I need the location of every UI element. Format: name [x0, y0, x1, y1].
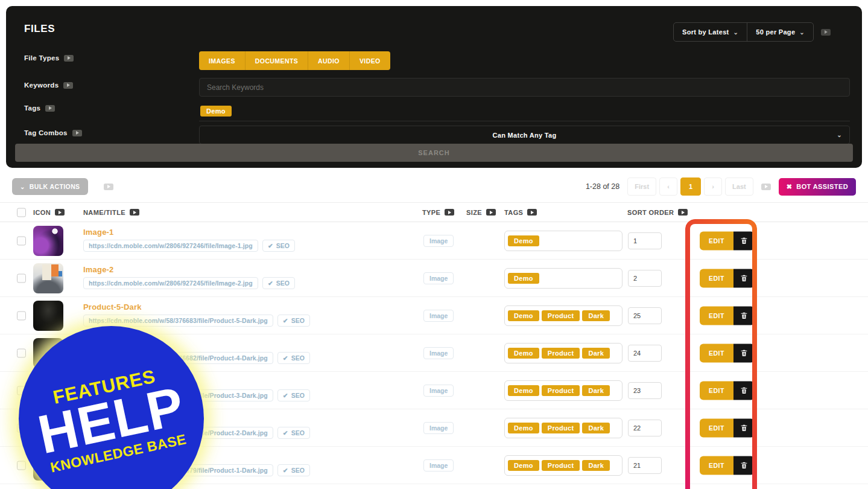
file-url[interactable]: https://cdn.moble.com/w/2806/927245/file…	[83, 277, 258, 289]
file-type-documents-button[interactable]: DOCUMENTS	[246, 51, 308, 70]
pagination-last-button[interactable]: Last	[725, 177, 753, 196]
file-name-link[interactable]: Image-2	[83, 265, 295, 274]
bot-assisted-button[interactable]: ✖ BOT ASSISTED	[779, 178, 856, 196]
edit-button[interactable]: EDIT	[700, 381, 733, 400]
sort-order-input[interactable]	[628, 420, 662, 436]
video-help-icon[interactable]	[130, 209, 139, 216]
row-checkbox[interactable]	[17, 348, 26, 357]
delete-button[interactable]	[733, 306, 755, 325]
tag-chip[interactable]: Dark	[582, 310, 610, 321]
video-help-icon[interactable]	[761, 184, 771, 190]
tag-chip[interactable]: Demo	[508, 460, 539, 471]
file-thumbnail[interactable]	[33, 263, 63, 293]
sort-by-dropdown[interactable]: Sort by Latest ⌄	[674, 23, 747, 41]
select-all-checkbox[interactable]	[17, 208, 26, 217]
tag-chip[interactable]: Demo	[508, 348, 539, 359]
seo-badge[interactable]: ✔SEO	[277, 352, 310, 364]
file-type-images-button[interactable]: IMAGES	[199, 51, 246, 70]
row-checkbox[interactable]	[17, 236, 26, 245]
delete-button[interactable]	[733, 269, 755, 287]
search-keywords-input[interactable]	[199, 78, 850, 97]
row-tags-input[interactable]: Demo	[504, 268, 622, 289]
video-help-icon[interactable]	[45, 105, 55, 112]
seo-badge[interactable]: ✔SEO	[277, 389, 310, 401]
file-url[interactable]: https://cdn.moble.com/w/2806/927246/file…	[83, 240, 258, 252]
video-help-icon[interactable]	[72, 130, 82, 136]
video-help-icon[interactable]	[55, 209, 65, 216]
seo-badge[interactable]: ✔SEO	[262, 277, 295, 289]
sort-order-input[interactable]	[628, 307, 662, 324]
sort-order-input[interactable]	[628, 457, 662, 474]
pagination-first-button[interactable]: First	[627, 177, 656, 196]
row-tags-input[interactable]: Demo Product Dark	[504, 380, 622, 401]
row-tags-input[interactable]: Demo Product Dark	[504, 305, 622, 326]
seo-badge[interactable]: ✔SEO	[277, 315, 310, 327]
pagination-prev-button[interactable]: ‹	[659, 177, 677, 196]
seo-badge[interactable]: ✔SEO	[277, 427, 310, 439]
pagination-page-1-button[interactable]: 1	[680, 177, 701, 196]
tag-chip[interactable]: Dark	[582, 348, 610, 359]
row-tags-input[interactable]: Demo Product Dark	[504, 343, 622, 363]
seo-badge[interactable]: ✔SEO	[262, 240, 295, 252]
video-help-icon[interactable]	[821, 29, 831, 36]
tag-chip[interactable]: Dark	[582, 460, 610, 471]
video-help-icon[interactable]	[678, 209, 688, 216]
edit-button[interactable]: EDIT	[700, 231, 733, 250]
file-thumbnail[interactable]	[33, 226, 63, 256]
row-checkbox[interactable]	[17, 273, 26, 283]
edit-button[interactable]: EDIT	[700, 418, 733, 437]
delete-button[interactable]	[733, 344, 755, 362]
video-help-icon[interactable]	[445, 209, 454, 216]
video-help-icon[interactable]	[63, 82, 73, 89]
file-name-link[interactable]: Image-1	[83, 228, 295, 237]
tags-input-bar[interactable]: Demo	[199, 101, 850, 121]
file-type-audio-button[interactable]: AUDIO	[308, 51, 350, 70]
delete-button[interactable]	[733, 456, 755, 475]
tag-chip[interactable]: Demo	[508, 423, 539, 433]
row-checkbox[interactable]	[17, 311, 26, 320]
sort-order-input[interactable]	[628, 382, 662, 399]
bulk-actions-button[interactable]: ⌄ BULK ACTIONS	[12, 178, 88, 195]
tag-chip[interactable]: Product	[542, 348, 580, 359]
tag-chip[interactable]: Demo	[508, 310, 539, 321]
edit-button[interactable]: EDIT	[700, 306, 733, 325]
file-name-link[interactable]: Product-5-Dark	[83, 302, 310, 312]
edit-button[interactable]: EDIT	[700, 269, 733, 287]
per-page-label: 50 per Page	[756, 28, 795, 36]
video-help-icon[interactable]	[104, 184, 113, 190]
video-help-icon[interactable]	[64, 55, 74, 62]
row-tags-input[interactable]: Demo Product Dark	[504, 455, 622, 476]
file-thumbnail[interactable]	[33, 301, 63, 331]
row-tags-input[interactable]: Demo Product Dark	[504, 418, 622, 438]
tag-chip[interactable]: Demo	[508, 235, 539, 246]
seo-badge[interactable]: ✔SEO	[277, 464, 310, 476]
tag-chip[interactable]: Demo	[508, 273, 539, 284]
tag-chip[interactable]: Dark	[582, 423, 610, 433]
tag-combos-select[interactable]: Can Match Any Tag ⌄	[199, 126, 850, 144]
search-button[interactable]: SEARCH	[15, 144, 853, 162]
delete-button[interactable]	[733, 418, 755, 437]
tag-chip[interactable]: Demo	[508, 385, 539, 396]
file-url[interactable]: https://cdn.moble.com/w/58/376683/file/P…	[83, 315, 273, 327]
sort-order-input[interactable]	[628, 270, 662, 287]
pagination-next-button[interactable]: ›	[704, 177, 722, 196]
video-help-icon[interactable]	[527, 209, 537, 216]
tag-chip[interactable]: Product	[542, 310, 580, 321]
tag-chip[interactable]: Product	[542, 460, 580, 471]
row-tags-input[interactable]: Demo	[504, 231, 622, 251]
tag-chip[interactable]: Dark	[582, 385, 610, 396]
delete-button[interactable]	[733, 231, 755, 250]
tag-chip[interactable]: Product	[542, 423, 580, 433]
edit-button[interactable]: EDIT	[700, 456, 733, 475]
table-row: Image-1 https://cdn.moble.com/w/2806/927…	[0, 222, 868, 260]
delete-button[interactable]	[733, 381, 755, 400]
video-help-icon[interactable]	[486, 209, 496, 216]
row-checkbox[interactable]	[17, 461, 26, 470]
edit-button[interactable]: EDIT	[700, 344, 733, 362]
sort-order-input[interactable]	[628, 345, 662, 362]
per-page-dropdown[interactable]: 50 per Page ⌄	[747, 23, 813, 41]
tag-chip-demo[interactable]: Demo	[200, 106, 232, 117]
sort-order-input[interactable]	[628, 232, 662, 249]
tag-chip[interactable]: Product	[542, 385, 580, 396]
file-type-video-button[interactable]: VIDEO	[350, 51, 390, 70]
